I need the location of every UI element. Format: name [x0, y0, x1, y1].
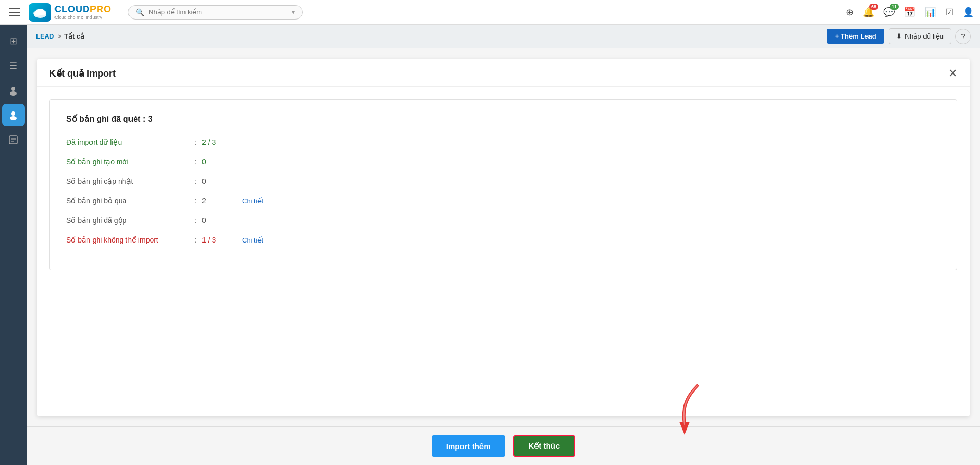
logo-icon [29, 3, 51, 22]
user-icon[interactable]: 👤 [963, 7, 974, 18]
row-label-5: Số bản ghi đã gộp [66, 216, 190, 225]
help-button[interactable]: ? [955, 29, 971, 44]
svg-point-7 [10, 116, 17, 120]
row-label-1: Đã import dữ liệu [66, 138, 190, 146]
import-result-dialog: Kết quả Import ✕ Số bản ghi đã quét : 3 [37, 59, 970, 416]
detail-link-4[interactable]: Chi tiết [242, 197, 263, 205]
calendar-icon[interactable]: 📅 [904, 7, 915, 18]
row-label-2: Số bản ghi tạo mới [66, 158, 190, 166]
search-input[interactable] [149, 8, 288, 16]
scanned-title: Số bản ghi đã quét : 3 [66, 114, 940, 124]
import-more-button[interactable]: Import thêm [432, 435, 505, 457]
navbar: CLOUDPRO Cloud cho mọi Industry 🔍 ▾ ⊕ 🔔 … [0, 0, 980, 25]
sidebar-item-leads[interactable] [2, 104, 25, 126]
breadcrumb-separator: > [57, 32, 61, 40]
add-icon[interactable]: ⊕ [846, 7, 854, 18]
close-button[interactable]: ✕ [948, 68, 957, 79]
row-colon-3: : [190, 177, 202, 185]
logo: CLOUDPRO Cloud cho mọi Industry [29, 3, 112, 22]
notifications-icon[interactable]: 🔔 68 [863, 7, 874, 18]
breadcrumb-all: Tất cả [64, 32, 84, 40]
sidebar: ⊞ ☰ [0, 25, 27, 465]
table-row: Số bản ghi không thể import : 1 / 3 Chi … [66, 236, 940, 244]
main-layout: ⊞ ☰ LEAD [0, 25, 980, 465]
tasks-icon[interactable]: ☑ [945, 7, 953, 18]
scanned-value: 3 [148, 115, 153, 123]
dialog-title: Kết quả Import [49, 68, 116, 79]
dialog-footer: Import thêm Kết thúc [27, 426, 980, 465]
logo-text: CLOUDPRO [54, 4, 112, 15]
finish-button[interactable]: Kết thúc [513, 435, 576, 457]
logo-subtitle: Cloud cho mọi Industry [54, 15, 112, 20]
table-row: Số bản ghi bỏ qua : 2 Chi tiết [66, 197, 940, 205]
sidebar-item-contacts[interactable] [2, 79, 25, 102]
row-value-4: 2 [202, 197, 233, 205]
row-label-4: Số bản ghi bỏ qua [66, 197, 190, 205]
svg-point-3 [35, 9, 45, 15]
sidebar-item-reports[interactable] [2, 128, 25, 151]
sidebar-item-list[interactable]: ☰ [2, 54, 25, 77]
dialog-header: Kết quả Import ✕ [37, 59, 970, 87]
table-row: Số bản ghi đã gộp : 0 [66, 216, 940, 225]
dialog-body: Số bản ghi đã quét : 3 Đã import dữ liệu… [37, 87, 970, 416]
row-colon-1: : [190, 138, 202, 146]
row-label-3: Số bản ghi cập nhật [66, 177, 190, 185]
sidebar-item-dashboard[interactable]: ⊞ [2, 30, 25, 52]
sub-header: LEAD > Tất cả + Thêm Lead ⬇ Nhập dữ liệu… [27, 25, 980, 48]
row-value-6: 1 / 3 [202, 236, 233, 244]
content-area: LEAD > Tất cả + Thêm Lead ⬇ Nhập dữ liệu… [27, 25, 980, 465]
row-colon-5: : [190, 216, 202, 225]
row-value-5: 0 [202, 216, 233, 225]
row-colon-6: : [190, 236, 202, 244]
row-value-2: 0 [202, 158, 233, 166]
row-label-6: Số bản ghi không thể import [66, 236, 190, 244]
messages-badge: 11 [890, 4, 899, 10]
svg-marker-12 [679, 422, 690, 435]
result-box: Số bản ghi đã quét : 3 Đã import dữ liệu… [49, 99, 957, 270]
navbar-icons: ⊕ 🔔 68 💬 11 📅 📊 ☑ 👤 [846, 7, 974, 18]
import-icon: ⬇ [896, 32, 902, 40]
search-icon: 🔍 [136, 8, 144, 16]
row-value-3: 0 [202, 177, 233, 185]
search-dropdown-icon[interactable]: ▾ [292, 9, 295, 16]
search-bar[interactable]: 🔍 ▾ [128, 5, 303, 20]
import-data-button[interactable]: ⬇ Nhập dữ liệu [889, 28, 951, 44]
scanned-separator: : [143, 115, 148, 123]
chart-icon[interactable]: 📊 [924, 7, 936, 18]
detail-link-6[interactable]: Chi tiết [242, 236, 263, 244]
import-button-label: Nhập dữ liệu [905, 32, 944, 40]
row-value-1: 2 / 3 [202, 138, 233, 146]
table-row: Số bản ghi cập nhật : 0 [66, 177, 940, 185]
table-row: Đã import dữ liệu : 2 / 3 [66, 138, 940, 146]
add-lead-button[interactable]: + Thêm Lead [827, 29, 884, 44]
hamburger-menu[interactable] [6, 4, 23, 21]
row-colon-2: : [190, 158, 202, 166]
svg-point-5 [10, 91, 17, 96]
svg-point-4 [11, 87, 15, 91]
row-colon-4: : [190, 197, 202, 205]
messages-icon[interactable]: 💬 11 [883, 7, 895, 18]
dialog-wrapper: Kết quả Import ✕ Số bản ghi đã quét : 3 [27, 48, 980, 465]
notification-badge: 68 [869, 4, 878, 10]
breadcrumb: LEAD > Tất cả [36, 32, 84, 40]
svg-point-6 [11, 111, 15, 116]
table-row: Số bản ghi tạo mới : 0 [66, 158, 940, 166]
breadcrumb-lead: LEAD [36, 32, 54, 40]
